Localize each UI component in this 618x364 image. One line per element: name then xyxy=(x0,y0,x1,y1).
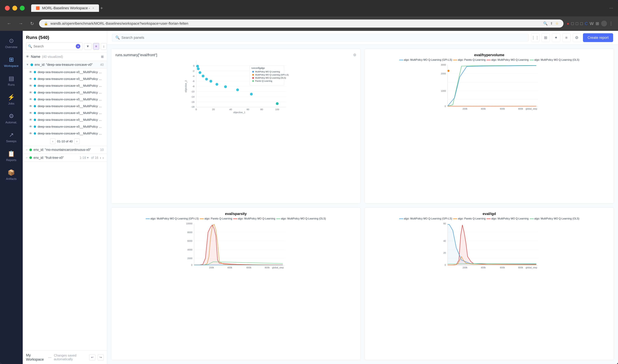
table-view-button[interactable]: ⊞ xyxy=(101,55,104,59)
minimize-button[interactable] xyxy=(12,6,17,11)
sort-button[interactable]: ↕ xyxy=(101,43,107,50)
run-item[interactable]: 👁 deep-sea-treasure-concave-v0__MultiPol… xyxy=(23,89,107,96)
run-visibility-icon[interactable]: 👁 xyxy=(29,118,32,122)
run-color-dot xyxy=(34,112,36,114)
run-visibility-icon[interactable]: 👁 xyxy=(29,77,32,81)
run-item[interactable]: 👁 deep-sea-treasure-concave-v0__MultiPol… xyxy=(23,76,107,82)
run-group-fruit-tree: ⌐ env_id: "fruit-tree-v0" 1-16 ▾ of 16 ‹… xyxy=(23,154,107,162)
panels-search-input[interactable] xyxy=(121,36,525,40)
sidebar-item-reports[interactable]: 📋 Reports xyxy=(2,147,21,165)
filter-button[interactable]: ▼ xyxy=(84,43,91,50)
sidebar-item-workspace[interactable]: ⊞ Workspace xyxy=(2,53,21,71)
workspace-more-button[interactable]: ⋯ xyxy=(48,355,52,359)
fruit-tree-next-button[interactable]: › xyxy=(103,156,104,160)
svg-text:800k: 800k xyxy=(265,266,270,269)
run-name: deep-sea-treasure-concave-v0__MultiPolic… xyxy=(38,98,104,101)
run-visibility-icon[interactable]: 👁 xyxy=(29,84,32,88)
workspace-actions: ⋮⋮ ⊞ ✦ ≡ ⚙ Create report xyxy=(531,33,613,42)
run-item[interactable]: 👁 deep-sea-treasure-concave-v0__MultiPol… xyxy=(23,123,107,130)
panels-search-box[interactable]: 🔍 xyxy=(112,34,528,41)
run-group-mountaincar-header[interactable]: ⌐ env_id: "mo-mountaincarcontinuous-v0" … xyxy=(23,146,107,154)
extension-icon-4[interactable]: □ xyxy=(580,21,583,26)
sidebar-item-sweeps[interactable]: ↗ Sweeps xyxy=(2,128,21,146)
layout-button[interactable]: ≡ xyxy=(562,33,571,42)
runs-search-input[interactable] xyxy=(33,44,75,48)
bookmark-icon[interactable]: ⬆ xyxy=(550,21,553,26)
svg-text:400k: 400k xyxy=(481,266,486,269)
prev-page-button[interactable]: ‹ xyxy=(50,139,55,144)
svg-text:8000: 8000 xyxy=(187,231,192,234)
next-page-button[interactable]: › xyxy=(74,139,79,144)
extension-icon-5[interactable]: C xyxy=(585,21,588,26)
svg-text:2000: 2000 xyxy=(187,257,192,260)
app-container: ⊙ Overview ⊞ Workspace ▤ Runs ⚡ Jobs ⚙ A… xyxy=(0,31,618,364)
saved-status-text: Changes saved automatically xyxy=(54,354,87,361)
undo-button[interactable]: ↩ xyxy=(89,354,95,360)
sidebar-item-jobs[interactable]: ⚡ Jobs xyxy=(2,91,21,109)
redo-button[interactable]: ↪ xyxy=(98,354,104,360)
star-icon[interactable]: ☆ xyxy=(555,21,559,26)
svg-text:200k: 200k xyxy=(463,266,467,269)
sidebar-label-workspace: Workspace xyxy=(4,64,19,68)
run-visibility-icon[interactable]: 👁 xyxy=(29,91,32,94)
sort-panels-button[interactable]: ⊞ xyxy=(541,33,550,42)
add-panel-button[interactable]: ✦ xyxy=(552,33,560,42)
chart-settings-button[interactable]: ⚙ xyxy=(353,53,356,57)
sidebar-item-runs[interactable]: ▤ Runs xyxy=(2,72,21,90)
overview-icon: ⊙ xyxy=(9,37,14,44)
close-button[interactable] xyxy=(5,6,10,11)
sidebar-item-overview[interactable]: ⊙ Overview xyxy=(2,34,21,52)
svg-point-31 xyxy=(205,78,208,80)
automat-icon: ⚙ xyxy=(9,113,14,119)
fruit-tree-prev-button[interactable]: ‹ xyxy=(100,156,101,160)
settings-button[interactable]: ⚙ xyxy=(573,33,581,42)
sidebar-item-automat[interactable]: ⚙ Automat. xyxy=(2,109,21,128)
run-item[interactable]: 👁 deep-sea-treasure-concave-v0__MultiPol… xyxy=(23,130,107,137)
create-report-button[interactable]: Create report xyxy=(583,33,613,42)
run-visibility-icon[interactable]: 👁 xyxy=(29,104,32,108)
sparsity-legend: algo: MultiPolicy MO Q-Learning (GPI-LS)… xyxy=(116,217,356,220)
run-item[interactable]: 👁 deep-sea-treasure-concave-v0__MultiPol… xyxy=(23,69,107,76)
extension-icon-1[interactable]: ● xyxy=(567,21,569,26)
more-options-icon[interactable]: ⋮ xyxy=(609,21,613,26)
visibility-icon[interactable]: 👁 xyxy=(26,55,29,59)
extension-icon-6[interactable]: W xyxy=(590,21,594,26)
run-group-fruit-tree-header[interactable]: ⌐ env_id: "fruit-tree-v0" 1-16 ▾ of 16 ‹… xyxy=(23,154,107,162)
run-visibility-icon[interactable]: 👁 xyxy=(29,111,32,115)
tab-close-icon[interactable]: × xyxy=(92,6,94,10)
extension-icon-7[interactable]: ⊞ xyxy=(596,21,599,26)
run-color-dot xyxy=(34,85,36,87)
sidebar-item-artifacts[interactable]: 📦 Artifacts xyxy=(2,166,21,184)
reload-button[interactable]: ↻ xyxy=(28,20,36,28)
run-item[interactable]: 👁 deep-sea-treasure-concave-v0__MultiPol… xyxy=(23,96,107,103)
active-tab[interactable]: MORL-Baselines Workspace - × xyxy=(31,4,99,12)
run-item[interactable]: 👁 deep-sea-treasure-concave-v0__MultiPol… xyxy=(23,110,107,117)
svg-point-37 xyxy=(276,102,279,105)
columns-button[interactable]: ≡ xyxy=(93,43,99,50)
extension-icon-2[interactable]: □ xyxy=(571,21,574,26)
run-color-dot xyxy=(34,105,36,107)
browser-menu-icon[interactable]: ⋯ xyxy=(609,6,613,10)
forward-button[interactable]: → xyxy=(17,20,25,27)
run-item[interactable]: 👁 deep-sea-treasure-concave-v0__MultiPol… xyxy=(23,82,107,89)
svg-point-34 xyxy=(224,85,227,88)
address-bar[interactable]: 🔒 wandb.ai/openrlbenchmark/MORL-Baseline… xyxy=(39,19,564,28)
extension-icon-3[interactable]: □ xyxy=(576,21,578,26)
search-icon[interactable]: 🔍 xyxy=(543,21,548,26)
run-visibility-icon[interactable]: 👁 xyxy=(29,98,32,101)
svg-text:MultiPolicy MO Q-Learning: MultiPolicy MO Q-Learning xyxy=(255,70,280,73)
runs-search-box[interactable]: 🔍 ∗ xyxy=(26,42,82,50)
maximize-button[interactable] xyxy=(20,6,25,11)
run-visibility-icon[interactable]: 👁 xyxy=(29,132,32,135)
run-visibility-icon[interactable]: 👁 xyxy=(29,70,32,74)
chart-title-igd: eval/igd xyxy=(483,212,496,216)
new-tab-button[interactable]: + xyxy=(99,4,104,12)
search-filter-badge[interactable]: ∗ xyxy=(76,44,80,49)
run-group-deep-sea-header[interactable]: ▼ env_id: "deep-sea-treasure-concave-v0"… xyxy=(23,61,107,69)
run-visibility-icon[interactable]: 👁 xyxy=(29,125,32,129)
back-button[interactable]: ← xyxy=(5,20,13,27)
filter-runs-button[interactable]: ⋮⋮ xyxy=(531,33,540,42)
profile-icon[interactable] xyxy=(601,21,607,26)
run-item[interactable]: 👁 deep-sea-treasure-concave-v0__MultiPol… xyxy=(23,103,107,110)
run-item[interactable]: 👁 deep-sea-treasure-concave-v0__MultiPol… xyxy=(23,117,107,123)
